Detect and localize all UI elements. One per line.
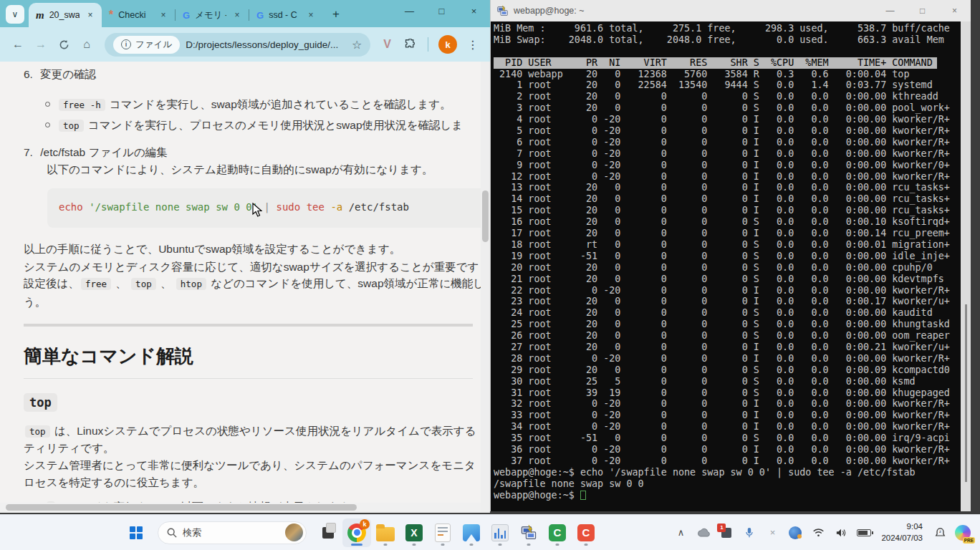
bullet-text: free -h コマンドを実行し、swap領域が追加されていることを確認します。 (57, 98, 451, 110)
process-row: 27 root 20 0 0 0 0 I 0.0 0.0 0:00.21 kwo… (494, 342, 960, 353)
tray-overflow-chevron[interactable]: ∧ (671, 520, 691, 546)
paragraph: う。 (24, 295, 46, 310)
bell-icon: z (935, 527, 946, 539)
process-row: 28 root 0 -20 0 0 0 I 0.0 0.0 0:00.00 kw… (494, 353, 960, 365)
svg-text:z: z (938, 529, 941, 534)
tab-20-swap[interactable]: m 20_swa × (29, 3, 102, 27)
tab-checki[interactable]: * Checki × (102, 3, 175, 27)
process-row: 26 root 20 0 0 0 0 S 0.0 0.0 0:00.00 oom… (494, 330, 960, 342)
maximize-button[interactable]: □ (426, 0, 458, 21)
bullet-item-top: top コマンドを実行し、プロセスのメモリ使用状況とswap使用状況を確認しま (45, 118, 463, 133)
taskbar-clock[interactable]: 9:04 2024/07/03 (877, 521, 927, 544)
code-token (83, 201, 89, 213)
app-desktops[interactable] (314, 518, 342, 547)
horizontal-scrollbar-thumb[interactable] (6, 504, 357, 511)
process-row: 15 root 20 0 0 0 0 I 0.0 0.0 0:00.00 rcu… (494, 205, 960, 216)
vertical-scrollbar-thumb[interactable] (482, 190, 489, 242)
battery-icon[interactable] (854, 520, 874, 546)
close-button[interactable]: × (458, 0, 490, 21)
code-block: echo '/swapfile none swap sw 0 0' | sudo… (47, 188, 490, 228)
text-segment: などのコマンドを使用して、swap領域が正常に機能してい (208, 277, 490, 289)
tab-close-icon[interactable]: × (305, 9, 317, 21)
vertical-scrollbar-track[interactable] (481, 62, 490, 513)
minimize-button[interactable]: — (393, 0, 426, 21)
home-button[interactable]: ⌂ (76, 34, 97, 55)
tray-sphere-icon[interactable] (785, 520, 805, 546)
extension-v-icon[interactable]: V (378, 38, 397, 51)
tray-x-icon[interactable]: × (762, 520, 782, 546)
code-token: /etc/fstab (349, 201, 409, 213)
notifications-bell[interactable]: z (930, 520, 950, 546)
app-file-explorer[interactable] (371, 518, 400, 547)
tab-memory-search[interactable]: G メモリ - × (176, 3, 249, 27)
process-row: 7 root 0 -20 0 0 0 I 0.0 0.0 0:00.00 kwo… (494, 148, 960, 160)
terminal-output[interactable]: MiB Mem : 961.6 total, 275.1 free, 298.3… (494, 23, 960, 511)
maximize-button[interactable]: □ (906, 0, 938, 21)
copilot-button[interactable]: PRE (953, 520, 973, 546)
app-putty[interactable] (514, 518, 543, 547)
app-performance-monitor[interactable] (486, 518, 514, 547)
code-line: echo '/swapfile none swap sw 0 0' | sudo… (59, 201, 409, 213)
address-bar[interactable]: i ファイル D:/projects/lessons/deploy_guide/… (105, 33, 370, 57)
tray-app-notification[interactable]: 1 (716, 520, 736, 546)
minimize-button[interactable]: — (874, 0, 906, 21)
list-item-title: 変更の確認 (40, 68, 96, 80)
onedrive-cloud-icon[interactable] (693, 520, 714, 546)
start-button[interactable] (122, 518, 150, 547)
tab-ssd-search[interactable]: G ssd - C × (249, 3, 322, 27)
app-notepad[interactable] (428, 518, 457, 547)
process-row: 18 root rt 0 0 0 0 S 0.0 0.0 0:00.01 mig… (494, 239, 960, 251)
text-segment: は、Linuxシステムでプロセスの状態やリソース使用状況をリアルタイムで表示する (52, 425, 476, 437)
site-info-chip[interactable]: i ファイル (113, 36, 180, 54)
paragraph: ロセスを特定するのに役立ちます。 (24, 476, 204, 491)
process-row: 31 root 39 19 0 0 0 S 0.0 0.0 0:00.00 kh… (494, 387, 960, 399)
top-process-table: 2140 webapp 20 0 12368 5760 3584 R 0.3 0… (494, 69, 960, 467)
taskbar-search[interactable]: 検索 (158, 521, 307, 544)
url-text[interactable]: D:/projects/lessons/deploy_guide/... (186, 39, 346, 50)
app-chrome[interactable]: k (342, 518, 371, 547)
reload-button[interactable] (53, 34, 75, 55)
command-output-line: /swapfile none swap sw 0 0 (494, 478, 960, 490)
browser-menu-icon[interactable]: ⋮ (463, 38, 483, 52)
terminal-titlebar[interactable]: webapp@hoge: ~ — □ × (491, 0, 971, 21)
battery-shape (857, 529, 871, 536)
back-button[interactable]: ← (7, 34, 29, 55)
running-indicator (384, 544, 388, 546)
bullet-icon (45, 102, 50, 107)
app-photos[interactable] (457, 518, 486, 547)
app-recorder[interactable]: C (572, 518, 600, 547)
close-button[interactable]: × (938, 0, 971, 21)
tab-search-button[interactable]: ∨ (6, 5, 24, 24)
putty-icon (496, 5, 509, 17)
profile-avatar[interactable]: k (438, 35, 457, 54)
tab-close-icon[interactable]: × (231, 9, 243, 21)
camtasia-icon: C (549, 524, 566, 541)
new-tab-button[interactable]: + (327, 5, 345, 24)
tab-label: Checki (118, 10, 153, 20)
inline-code: top (131, 278, 156, 290)
microphone-icon[interactable] (739, 520, 759, 546)
volume-icon[interactable] (831, 520, 851, 546)
app-camtasia[interactable]: C (543, 518, 572, 547)
mic-icon (745, 527, 754, 539)
process-row: 30 root 25 5 0 0 0 S 0.0 0.0 0:00.00 ksm… (494, 376, 960, 387)
process-row: 2140 webapp 20 0 12368 5760 3584 R 0.3 0… (494, 69, 960, 80)
extensions-puzzle-icon[interactable] (398, 39, 422, 51)
photos-icon (463, 524, 480, 541)
search-label: 検索 (183, 526, 279, 539)
claude-icon: * (109, 11, 113, 19)
taskbar: 検索 k X (0, 514, 980, 550)
tab-close-icon[interactable]: × (85, 9, 96, 21)
wifi-icon[interactable] (808, 520, 828, 546)
tab-label: 20_swa (49, 10, 80, 20)
terminal-scrollbar-thumb[interactable] (965, 304, 967, 482)
forward-button[interactable]: → (30, 34, 52, 55)
tab-close-icon[interactable]: × (158, 9, 169, 21)
search-highlight-image[interactable] (285, 524, 303, 541)
bookmark-star-icon[interactable]: ☆ (352, 38, 362, 52)
notepad-icon (435, 524, 451, 542)
process-row: 19 root -51 0 0 0 0 S 0.0 0.0 0:00.00 id… (494, 251, 960, 262)
app-excel[interactable]: X (400, 518, 428, 547)
process-row: 34 root 0 -20 0 0 0 I 0.0 0.0 0:00.00 kw… (494, 421, 960, 433)
process-row: 29 root 20 0 0 0 0 S 0.0 0.0 0:00.09 kco… (494, 365, 960, 376)
